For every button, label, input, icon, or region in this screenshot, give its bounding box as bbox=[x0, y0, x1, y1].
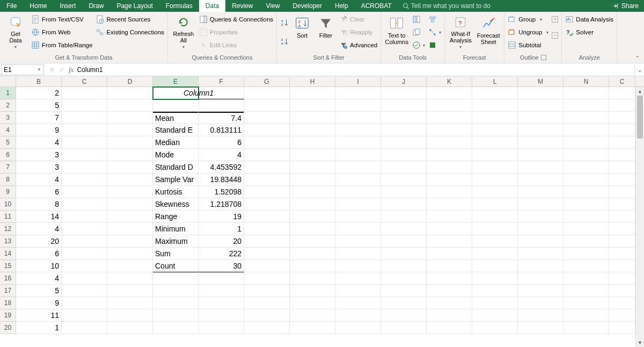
cell-C19[interactable] bbox=[609, 309, 635, 322]
cell-I18[interactable] bbox=[335, 297, 381, 309]
cell-J8[interactable] bbox=[381, 174, 427, 186]
cell-D14[interactable] bbox=[107, 248, 153, 260]
cell-F20[interactable] bbox=[199, 322, 244, 334]
cell-B15[interactable]: 10 bbox=[16, 260, 62, 272]
cell-D1[interactable] bbox=[107, 87, 153, 99]
column-header-K[interactable]: K bbox=[427, 76, 472, 86]
cell-D4[interactable] bbox=[107, 124, 153, 136]
cell-E11[interactable]: Range bbox=[153, 211, 199, 223]
sort-button[interactable]: ZA Sort bbox=[292, 14, 312, 49]
cell-I9[interactable] bbox=[335, 186, 381, 198]
cell-C14[interactable] bbox=[62, 248, 107, 260]
cell-N6[interactable] bbox=[564, 149, 609, 161]
cell-N7[interactable] bbox=[564, 161, 609, 174]
queries-connections-button[interactable]: Queries & Connections bbox=[199, 14, 273, 25]
cell-H14[interactable] bbox=[290, 248, 335, 260]
cell-C11[interactable] bbox=[62, 211, 107, 223]
column-header-I[interactable]: I bbox=[335, 76, 381, 86]
tab-view[interactable]: View bbox=[260, 0, 287, 12]
row-header-11[interactable]: 11 bbox=[0, 211, 16, 223]
cell-L6[interactable] bbox=[472, 149, 518, 161]
cell-C15[interactable] bbox=[62, 260, 107, 272]
row-header-4[interactable]: 4 bbox=[0, 124, 16, 136]
tab-data[interactable]: Data bbox=[199, 0, 225, 12]
cell-E5[interactable]: Median bbox=[153, 136, 199, 149]
cell-G6[interactable] bbox=[244, 149, 290, 161]
spreadsheet-grid[interactable]: BCDEFGHIJKLMNC 12Column12537Mean7.449Sta… bbox=[0, 76, 644, 347]
cell-G13[interactable] bbox=[244, 235, 290, 248]
row-header-5[interactable]: 5 bbox=[0, 136, 16, 149]
cell-K2[interactable] bbox=[427, 99, 472, 112]
cell-F13[interactable]: 20 bbox=[199, 235, 244, 248]
consolidate-button[interactable] bbox=[428, 14, 441, 25]
cell-D13[interactable] bbox=[107, 235, 153, 248]
cell-C7[interactable] bbox=[62, 161, 107, 174]
column-header-E[interactable]: E bbox=[153, 76, 199, 86]
hide-detail-button[interactable]: − bbox=[552, 30, 558, 41]
cell-H15[interactable] bbox=[290, 260, 335, 272]
cell-C11[interactable] bbox=[609, 211, 635, 223]
cell-J20[interactable] bbox=[381, 322, 427, 334]
cell-K4[interactable] bbox=[427, 124, 472, 136]
solver-button[interactable]: ?Solver bbox=[565, 27, 613, 38]
cell-C19[interactable] bbox=[62, 309, 107, 322]
cell-J2[interactable] bbox=[381, 99, 427, 112]
cell-M6[interactable] bbox=[518, 149, 564, 161]
cell-J1[interactable] bbox=[381, 87, 427, 99]
cell-F18[interactable] bbox=[199, 297, 244, 309]
cell-D8[interactable] bbox=[107, 174, 153, 186]
cell-E8[interactable]: Sample Var bbox=[153, 174, 199, 186]
row-header-10[interactable]: 10 bbox=[0, 198, 16, 211]
tab-formulas[interactable]: Formulas bbox=[159, 0, 199, 12]
cell-N9[interactable] bbox=[564, 186, 609, 198]
tab-draw[interactable]: Draw bbox=[82, 0, 110, 12]
cell-D18[interactable] bbox=[107, 297, 153, 309]
cell-H2[interactable] bbox=[290, 99, 335, 112]
cell-E20[interactable] bbox=[153, 322, 199, 334]
cell-B3[interactable]: 7 bbox=[16, 112, 62, 124]
forecast-sheet-button[interactable]: Forecast Sheet bbox=[476, 14, 501, 49]
cell-I4[interactable] bbox=[335, 124, 381, 136]
cell-B7[interactable]: 3 bbox=[16, 161, 62, 174]
cell-B18[interactable]: 9 bbox=[16, 297, 62, 309]
cell-H8[interactable] bbox=[290, 174, 335, 186]
insert-function-button[interactable]: fx bbox=[69, 66, 74, 74]
cell-N17[interactable] bbox=[564, 285, 609, 297]
cell-C18[interactable] bbox=[609, 297, 635, 309]
cell-H18[interactable] bbox=[290, 297, 335, 309]
manage-data-model-button[interactable] bbox=[428, 40, 441, 50]
text-to-columns-button[interactable]: Text to Columns bbox=[384, 14, 409, 49]
cell-I1[interactable] bbox=[335, 87, 381, 99]
cell-N15[interactable] bbox=[564, 260, 609, 272]
cell-I10[interactable] bbox=[335, 198, 381, 211]
cell-N3[interactable] bbox=[564, 112, 609, 124]
cell-L19[interactable] bbox=[472, 309, 518, 322]
cell-L1[interactable] bbox=[472, 87, 518, 99]
cell-L15[interactable] bbox=[472, 260, 518, 272]
cell-M14[interactable] bbox=[518, 248, 564, 260]
relationships-button[interactable]: ▾ bbox=[428, 27, 441, 38]
cell-N18[interactable] bbox=[564, 297, 609, 309]
cell-E17[interactable] bbox=[153, 285, 199, 297]
cell-M20[interactable] bbox=[518, 322, 564, 334]
cell-G4[interactable] bbox=[244, 124, 290, 136]
cell-L13[interactable] bbox=[472, 235, 518, 248]
column-header-C[interactable]: C bbox=[62, 76, 107, 86]
cell-J18[interactable] bbox=[381, 297, 427, 309]
cell-H3[interactable] bbox=[290, 112, 335, 124]
cell-G12[interactable] bbox=[244, 223, 290, 235]
data-analysis-button[interactable]: Data Analysis bbox=[565, 14, 613, 25]
cell-N1[interactable] bbox=[564, 87, 609, 99]
cell-H10[interactable] bbox=[290, 198, 335, 211]
cell-C10[interactable] bbox=[609, 198, 635, 211]
row-header-8[interactable]: 8 bbox=[0, 174, 16, 186]
cell-D17[interactable] bbox=[107, 285, 153, 297]
cell-D7[interactable] bbox=[107, 161, 153, 174]
cell-K13[interactable] bbox=[427, 235, 472, 248]
cell-K14[interactable] bbox=[427, 248, 472, 260]
cell-G9[interactable] bbox=[244, 186, 290, 198]
cell-B6[interactable]: 3 bbox=[16, 149, 62, 161]
cell-M16[interactable] bbox=[518, 272, 564, 285]
cell-C17[interactable] bbox=[609, 285, 635, 297]
cell-E16[interactable] bbox=[153, 272, 199, 285]
